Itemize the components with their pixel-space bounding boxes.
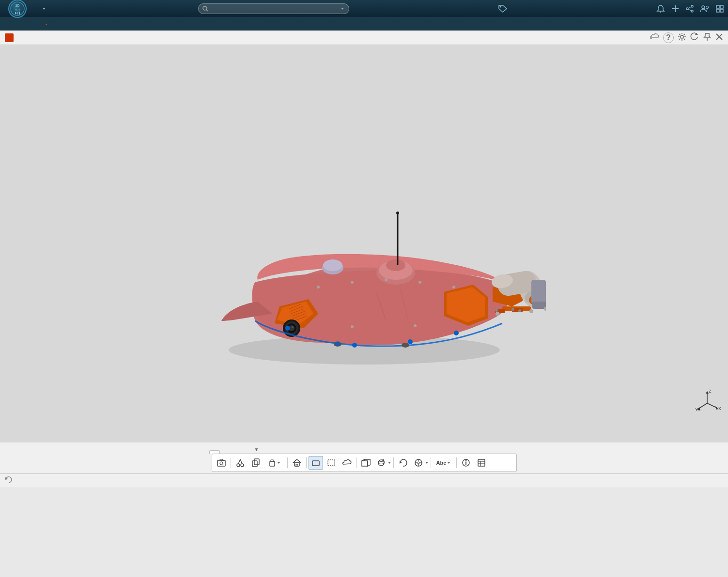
orbit-button[interactable]: [374, 456, 388, 470]
separator-1: [231, 457, 231, 468]
help-icon[interactable]: ?: [663, 32, 674, 43]
search-dropdown-icon: [340, 6, 345, 11]
search-input[interactable]: [211, 6, 337, 12]
svg-marker-126: [448, 462, 450, 464]
svg-point-70: [385, 278, 387, 281]
svg-point-42: [292, 326, 294, 328]
svg-rect-110: [328, 460, 335, 466]
separator-7: [456, 457, 457, 468]
svg-point-14: [691, 5, 693, 7]
svg-line-18: [688, 9, 691, 11]
nav-item-profile[interactable]: [4, 22, 14, 26]
top-right-icons: [656, 4, 724, 13]
separator-6: [431, 457, 431, 468]
nav-item-engineering[interactable]: [77, 22, 87, 26]
measure-dropdown[interactable]: [425, 461, 429, 465]
axes-indicator: Z X Y: [694, 389, 718, 413]
text-button[interactable]: Abc: [433, 456, 454, 470]
tag-icon[interactable]: [498, 4, 508, 13]
refresh-icon[interactable]: [690, 32, 699, 43]
3d-shape-button[interactable]: [358, 456, 373, 470]
svg-text:V,R: V,R: [15, 8, 20, 11]
svg-point-7: [203, 6, 207, 10]
toolbar-expand-icon[interactable]: ▼: [252, 444, 262, 454]
nav-item-collab-spaces[interactable]: [15, 22, 25, 26]
separator-5: [393, 457, 394, 468]
add-icon[interactable]: [671, 4, 680, 13]
svg-line-99: [240, 459, 242, 464]
info-button[interactable]: [459, 456, 473, 470]
svg-point-74: [351, 325, 354, 328]
nav-item-product-explorer[interactable]: [27, 22, 37, 26]
svg-line-17: [688, 7, 691, 8]
nav-item-product-arch[interactable]: [89, 22, 98, 26]
rect-select-button[interactable]: [309, 456, 323, 470]
svg-text:X: X: [718, 406, 721, 411]
svg-point-120: [418, 462, 419, 464]
dashboard-selector[interactable]: [37, 5, 49, 12]
search-bar[interactable]: [198, 3, 349, 14]
collaborate-icon[interactable]: [700, 4, 710, 13]
svg-point-73: [414, 324, 417, 327]
status-bar: [0, 473, 728, 487]
svg-point-69: [351, 281, 354, 284]
viewport[interactable]: Z X Y: [0, 45, 728, 442]
svg-point-114: [378, 460, 384, 466]
svg-point-55: [529, 309, 533, 313]
svg-point-71: [418, 281, 421, 284]
svg-rect-53: [532, 302, 546, 309]
svg-point-115: [378, 462, 384, 464]
svg-point-68: [317, 286, 320, 288]
polygon-select-button[interactable]: [324, 456, 339, 470]
status-undo-icon[interactable]: [5, 476, 13, 485]
report-button[interactable]: [474, 456, 489, 470]
nav-item-more[interactable]: [100, 22, 110, 26]
nav-item-issue[interactable]: [39, 19, 52, 29]
svg-point-60: [285, 326, 290, 331]
apps-icon[interactable]: [715, 4, 724, 13]
paste-button[interactable]: [264, 456, 285, 470]
svg-point-82: [518, 309, 521, 312]
settings-icon[interactable]: [678, 32, 686, 43]
nav-item-collab-tasks[interactable]: [65, 22, 75, 26]
svg-point-79: [402, 343, 409, 348]
measure-button[interactable]: [411, 456, 426, 470]
svg-line-8: [206, 10, 208, 11]
notification-icon[interactable]: [656, 4, 665, 13]
cloud-select-button[interactable]: [340, 456, 354, 470]
svg-marker-104: [278, 462, 280, 464]
svg-rect-108: [312, 461, 319, 466]
nav-item-change[interactable]: [54, 22, 63, 26]
svg-point-20: [706, 6, 709, 8]
svg-marker-6: [43, 8, 46, 10]
svg-point-59: [454, 331, 459, 335]
undo-button[interactable]: [396, 456, 410, 470]
svg-point-72: [452, 286, 455, 288]
pin-icon[interactable]: [703, 32, 712, 43]
svg-point-10: [500, 6, 501, 7]
svg-rect-21: [716, 5, 719, 8]
capture-button[interactable]: [214, 456, 229, 470]
copy-button[interactable]: [248, 456, 263, 470]
top-bar: 3D V,R: [0, 0, 728, 17]
panel-icon: [5, 33, 14, 42]
3d-model-svg: [183, 98, 546, 389]
share-icon[interactable]: [685, 4, 694, 13]
logo-circle: 3D V,R: [8, 0, 27, 18]
close-icon[interactable]: [715, 33, 723, 43]
home-button[interactable]: [290, 456, 304, 470]
svg-point-81: [511, 308, 514, 311]
orbit-dropdown[interactable]: [387, 461, 391, 465]
cut-button[interactable]: [233, 456, 248, 470]
cloud-icon[interactable]: [650, 33, 659, 43]
svg-point-16: [691, 10, 693, 12]
svg-point-96: [237, 464, 240, 467]
svg-rect-103: [271, 460, 274, 462]
model-container: [0, 45, 728, 442]
svg-marker-105: [293, 459, 301, 463]
svg-text:3D: 3D: [15, 4, 20, 7]
svg-text:Y: Y: [695, 407, 698, 412]
svg-rect-107: [296, 464, 298, 466]
separator-2: [287, 457, 288, 468]
svg-rect-100: [252, 461, 257, 467]
